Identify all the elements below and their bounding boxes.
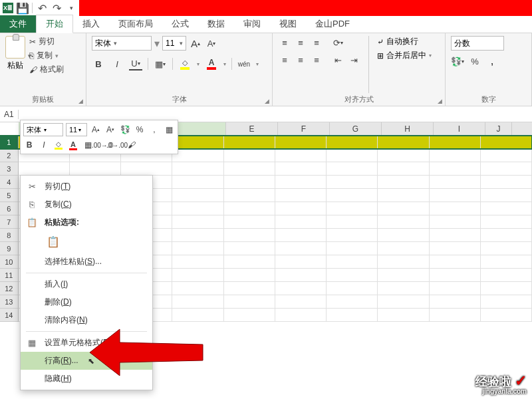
cell[interactable] [327,295,378,309]
qat-dropdown-icon[interactable]: ▾ [66,3,76,13]
cell[interactable] [327,269,378,282]
currency-icon[interactable]: 💱▾ [451,55,464,68]
col-header[interactable]: I [434,122,485,135]
mini-size-combo[interactable]: 11▾ [66,123,87,136]
cell[interactable] [378,282,429,295]
cell[interactable] [378,255,429,269]
cell[interactable] [172,309,223,322]
cell[interactable] [481,242,532,255]
cell[interactable] [378,189,429,202]
cell[interactable] [378,309,429,322]
italic-button[interactable]: I [110,57,124,70]
cell[interactable] [224,255,275,269]
cell[interactable] [224,282,275,295]
phonetic-button[interactable]: wén [237,57,251,70]
mini-fontcolor-icon[interactable]: A [67,139,79,151]
number-format-combo[interactable]: 分数 [451,36,504,51]
cell[interactable] [378,229,429,242]
cell[interactable] [172,282,223,295]
cell[interactable] [224,229,275,242]
cell[interactable] [378,149,429,162]
cell[interactable] [430,282,481,295]
cell[interactable] [224,136,275,149]
cell[interactable] [430,242,481,255]
row-header[interactable]: 12 [0,282,19,295]
cell[interactable] [481,202,532,215]
merge-center-button[interactable]: ⊞合并后居中 ▾ [377,50,432,61]
cell[interactable] [378,269,429,282]
cell[interactable] [224,189,275,202]
cell[interactable] [275,229,327,242]
cell[interactable] [430,189,481,202]
ctx-hide[interactable]: 隐藏(H) [21,370,152,388]
cell[interactable] [430,269,481,282]
ctx-paste-special[interactable]: 选择性粘贴(S)... [21,253,152,271]
cell[interactable] [327,149,378,162]
cell[interactable] [481,189,532,202]
mini-italic-icon[interactable]: I [38,139,50,151]
wrap-text-button[interactable]: ⤶自动换行 [377,36,432,47]
mini-format-painter-icon[interactable]: 🖌 [126,139,138,151]
font-size-combo[interactable]: 11▾ [162,36,186,51]
redo-icon[interactable]: ↷ [51,3,62,13]
cell[interactable] [430,162,481,176]
cell[interactable] [224,162,275,176]
cell[interactable] [327,162,378,176]
row-header[interactable]: 5 [0,189,19,202]
row-header[interactable]: 11 [0,269,19,282]
cell[interactable] [172,202,223,215]
cell[interactable] [481,162,532,176]
cell[interactable] [327,176,378,189]
cell[interactable] [172,176,223,189]
cell[interactable] [378,136,429,149]
fill-color-button[interactable]: ◇ [178,57,192,70]
cell[interactable] [378,176,429,189]
cell[interactable] [275,176,327,189]
tab-review[interactable]: 审阅 [234,15,270,33]
undo-icon[interactable]: ↶ [37,3,47,13]
cell[interactable] [430,215,481,229]
cell[interactable] [481,229,532,242]
cell[interactable] [275,215,327,229]
row-header[interactable]: 4 [0,176,19,189]
copy-button[interactable]: ⎘复制 ▾ [29,50,64,61]
cell[interactable] [19,162,70,176]
row-header[interactable]: 13 [0,295,19,309]
ctx-delete[interactable]: 删除(D) [21,293,152,311]
cell[interactable] [327,202,378,215]
cell[interactable] [275,242,327,255]
increase-indent-icon[interactable]: ⇥ [347,53,360,66]
cell[interactable] [275,255,327,269]
cell[interactable] [327,255,378,269]
cell[interactable] [275,136,327,149]
cell[interactable] [224,149,275,162]
cell[interactable] [275,269,327,282]
align-bottom-icon[interactable]: ≡ [310,36,323,49]
cell[interactable] [172,189,223,202]
cell[interactable] [430,309,481,322]
tab-file[interactable]: 文件 [0,15,36,33]
row-header[interactable]: 2 [0,149,19,162]
cell[interactable] [481,255,532,269]
cell[interactable] [481,309,532,322]
cell[interactable] [430,149,481,162]
font-color-button[interactable]: A [205,57,218,70]
col-header[interactable]: E [226,122,278,135]
cell[interactable] [481,215,532,229]
decrease-indent-icon[interactable]: ⇤ [331,53,344,66]
mini-decrease-font-icon[interactable]: A▾ [104,124,116,136]
cell[interactable] [70,162,121,176]
cell[interactable] [172,162,223,176]
cell[interactable] [378,202,429,215]
cell[interactable] [172,242,223,255]
cell[interactable] [327,229,378,242]
cell[interactable] [481,295,532,309]
mini-comma-icon[interactable]: , [148,124,160,136]
decrease-font-icon[interactable]: A▾ [205,37,218,50]
cell[interactable] [224,295,275,309]
format-painter-button[interactable]: 🖌格式刷 [29,64,64,75]
launcher-icon[interactable]: ◢ [438,98,442,104]
cell[interactable] [224,202,275,215]
row-header[interactable]: 8 [0,229,19,242]
row-header[interactable]: 14 [0,309,19,322]
